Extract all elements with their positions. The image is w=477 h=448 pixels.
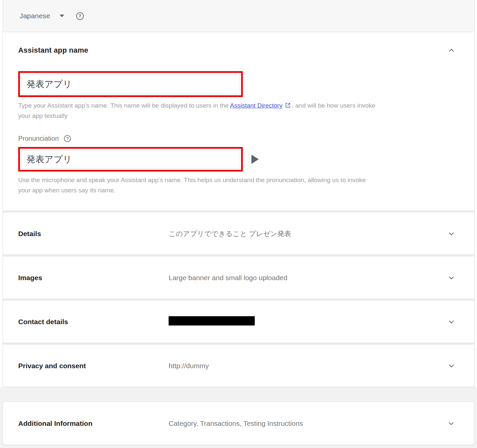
row-summary: このアプリでできること プレゼン発表 [169, 229, 447, 238]
section-title: Assistant app name [18, 46, 88, 55]
row-label: Privacy and consent [18, 362, 169, 370]
row-summary: Category, Transactions, Testing Instruct… [169, 420, 447, 427]
pronunciation-helper-text: Use the microphone and speak your Assist… [18, 175, 369, 195]
annotation-red-box-pronunciation [18, 147, 243, 172]
row-summary: http://dummy [169, 362, 447, 370]
redacted-contact-info [169, 316, 255, 325]
row-summary: Large banner and small logo uploaded [169, 274, 447, 282]
row-images[interactable]: Images Large banner and small logo uploa… [3, 257, 474, 299]
pronunciation-label-row: Pronunciation ? [18, 135, 456, 142]
language-label: Japanese [20, 12, 50, 20]
chevron-down-icon[interactable] [447, 318, 456, 326]
row-label: Contact details [18, 318, 169, 326]
lower-background: Additional Information Category, Transac… [0, 387, 477, 448]
dropdown-caret-icon [60, 15, 64, 17]
row-label: Additional Information [18, 420, 169, 427]
settings-page: Japanese ? Assistant app name Type your … [0, 0, 477, 448]
annotation-red-box-app-name [18, 71, 243, 97]
pronunciation-label: Pronunciation [18, 135, 59, 142]
pronunciation-row [18, 147, 456, 172]
row-details[interactable]: Details このアプリでできること プレゼン発表 [3, 213, 474, 255]
language-help-icon[interactable]: ? [76, 12, 84, 20]
chevron-down-icon[interactable] [447, 274, 456, 282]
external-link-icon[interactable] [285, 102, 291, 109]
row-summary [169, 316, 447, 327]
play-pronunciation-button[interactable] [251, 155, 259, 164]
chevron-down-icon[interactable] [447, 229, 456, 238]
language-bar: Japanese ? [3, 0, 474, 32]
row-contact-details[interactable]: Contact details [3, 301, 474, 343]
section-assistant-app-name: Assistant app name Type your Assistant a… [3, 32, 474, 211]
row-label: Images [18, 274, 169, 282]
chevron-down-icon[interactable] [447, 419, 455, 428]
chevron-down-icon[interactable] [447, 362, 456, 370]
row-privacy-and-consent[interactable]: Privacy and consent http://dummy [3, 345, 474, 387]
app-name-helper-text: Type your Assistant app’s name. This nam… [18, 100, 383, 121]
assistant-app-name-header: Assistant app name [18, 46, 456, 55]
helper-text-pre: Type your Assistant app’s name. This nam… [18, 102, 230, 109]
chevron-up-icon[interactable] [447, 46, 456, 55]
settings-panel: Japanese ? Assistant app name Type your … [3, 0, 475, 387]
assistant-directory-link[interactable]: Assistant Directory [230, 102, 282, 109]
language-selector[interactable]: Japanese [20, 12, 64, 20]
pronunciation-help-icon[interactable]: ? [64, 135, 71, 142]
row-additional-information[interactable]: Additional Information Category, Transac… [3, 402, 474, 445]
pronunciation-input[interactable] [21, 150, 240, 169]
app-name-input[interactable] [21, 74, 240, 94]
row-label: Details [18, 230, 169, 238]
